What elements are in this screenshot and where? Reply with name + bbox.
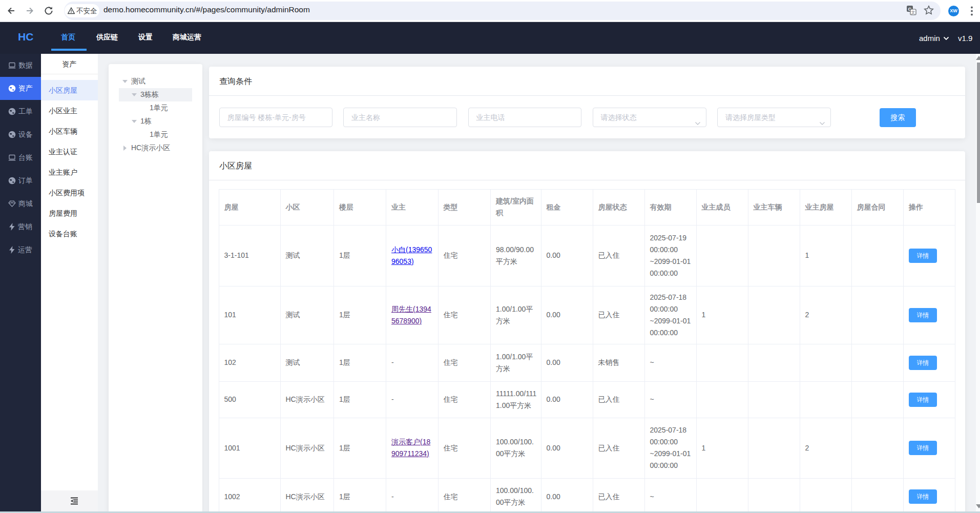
svg-text:文: 文 (911, 10, 915, 15)
